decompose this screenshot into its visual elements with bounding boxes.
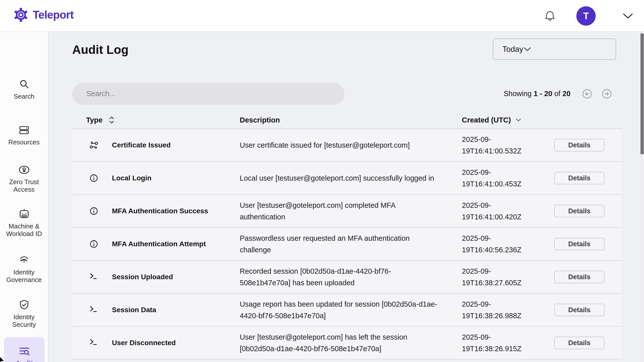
- details-button[interactable]: Details: [554, 304, 605, 316]
- chevron-down-icon: [515, 118, 521, 122]
- search-input[interactable]: [72, 83, 344, 105]
- user-avatar[interactable]: T: [576, 6, 596, 26]
- sidebar-item-machine-workload-id[interactable]: Machine & Workload ID: [0, 208, 48, 237]
- terminal-icon: [88, 304, 99, 315]
- notifications-button[interactable]: [543, 10, 556, 23]
- event-type: Certificate Issued: [112, 141, 171, 149]
- bell-icon: [543, 10, 556, 23]
- event-description: Local user [testuser@goteleport.com] suc…: [240, 172, 462, 184]
- prev-page-button[interactable]: [581, 87, 594, 100]
- robot-icon: [18, 208, 30, 220]
- table-controls: Showing 1 - 20 of 20: [72, 83, 621, 105]
- terminal-icon: [88, 271, 99, 283]
- table-row: User Disconnected User [testuser@gotelep…: [72, 327, 621, 360]
- details-button[interactable]: Details: [554, 139, 605, 151]
- table-row: Certificate Issued User certificate issu…: [72, 129, 621, 162]
- scrollbar-thumb[interactable]: [640, 33, 644, 154]
- keyhole-badge-icon: [18, 164, 30, 176]
- teleport-gear-icon: [13, 7, 29, 23]
- sidebar-item-label: Zero Trust Access: [3, 178, 45, 193]
- top-bar: Teleport T: [0, 0, 644, 32]
- search-icon: [18, 78, 30, 90]
- event-description: Usage report has been updated for sessio…: [240, 298, 462, 321]
- sidebar-item-resources[interactable]: Resources: [0, 124, 48, 146]
- sidebar-item-label: Resources: [8, 138, 39, 146]
- chevron-down-icon: [523, 47, 531, 52]
- arrow-right-circle-icon: [600, 87, 613, 100]
- sidebar: Search Resources Zero Trust Access: [0, 32, 49, 362]
- terminal-icon: [88, 337, 99, 348]
- event-type: Session Uploaded: [112, 273, 173, 281]
- details-button[interactable]: Details: [554, 238, 605, 250]
- fingerprint-icon: [18, 254, 30, 266]
- list-search-icon: [18, 346, 30, 357]
- sidebar-item-zero-trust-access[interactable]: Zero Trust Access: [0, 164, 48, 193]
- sidebar-item-identity-security[interactable]: Identity Security: [0, 299, 48, 328]
- keys-icon: [88, 140, 99, 151]
- sidebar-item-label: Machine & Workload ID: [3, 222, 45, 237]
- servers-icon: [18, 124, 30, 136]
- next-page-button[interactable]: [600, 87, 613, 100]
- event-description: User [testuser@goteleport.com] completed…: [240, 199, 462, 223]
- pagination: Showing 1 - 20 of 20: [504, 87, 613, 100]
- event-created: 2025-09-19T16:38:26.915Z: [462, 331, 532, 354]
- main-content: Audit Log Today Showing 1 - 20 of 20: [49, 32, 644, 362]
- event-type: MFA Authentication Attempt: [112, 240, 206, 248]
- sidebar-item-label: Search: [14, 93, 34, 100]
- event-created: 2025-09-19T16:40:56.236Z: [462, 232, 532, 256]
- event-created: 2025-09-19T16:41:00.453Z: [462, 167, 532, 190]
- sort-updown-icon: [109, 116, 115, 124]
- avatar-letter: T: [583, 11, 589, 21]
- event-description: User certificate issued for [testuser@go…: [240, 139, 462, 151]
- table-header-row: Type Description Created (UTC): [72, 112, 621, 129]
- arrow-left-circle-icon: [581, 87, 594, 100]
- sidebar-item-label: Audit: [16, 360, 33, 362]
- column-header-description: Description: [240, 116, 462, 124]
- info-icon: [88, 206, 99, 217]
- event-type: MFA Authentication Success: [112, 207, 208, 215]
- shield-check-icon: [18, 299, 30, 311]
- user-menu-button[interactable]: [622, 13, 633, 20]
- event-created: 2025-09-19T16:41:00.532Z: [462, 134, 532, 157]
- table-row: Local Login Local user [testuser@gotelep…: [72, 162, 621, 195]
- audit-log-table: Type Description Created (UTC): [72, 112, 621, 360]
- info-icon: [88, 173, 99, 184]
- details-button[interactable]: Details: [554, 337, 605, 349]
- event-type: User Disconnected: [112, 339, 176, 347]
- mouse-cursor: [0, 357, 5, 362]
- sidebar-item-label: Identity Security: [3, 313, 45, 328]
- event-type: Local Login: [112, 174, 151, 182]
- event-created: 2025-09-19T16:41:00.420Z: [462, 199, 532, 223]
- sidebar-item-identity-governance[interactable]: Identity Governance: [0, 254, 48, 284]
- brand-name: Teleport: [33, 9, 73, 21]
- event-description: Recorded session [0b02d50a-d1ae-4420-bf7…: [240, 265, 462, 289]
- info-icon: [88, 238, 99, 250]
- table-row: MFA Authentication Success User [testuse…: [72, 195, 621, 228]
- sidebar-item-search[interactable]: Search: [0, 78, 48, 100]
- details-button[interactable]: Details: [554, 271, 605, 283]
- scrollbar-track[interactable]: [640, 32, 644, 362]
- details-button[interactable]: Details: [554, 172, 605, 184]
- event-type: Session Data: [112, 306, 156, 314]
- date-range-select[interactable]: Today: [493, 38, 616, 60]
- date-range-value: Today: [502, 45, 523, 54]
- event-created: 2025-09-19T16:38:27.605Z: [462, 265, 532, 289]
- table-row: Session Uploaded Recorded session [0b02d…: [72, 261, 621, 294]
- sidebar-item-label: Identity Governance: [3, 268, 45, 284]
- teleport-logo[interactable]: Teleport: [13, 7, 73, 23]
- event-description: Passwordless user requested an MFA authe…: [240, 232, 462, 256]
- column-header-type[interactable]: Type: [72, 116, 240, 124]
- column-header-created[interactable]: Created (UTC): [462, 116, 537, 124]
- chevron-down-icon: [622, 13, 633, 20]
- event-description: User [testuser@goteleport.com] has left …: [240, 331, 462, 354]
- table-row: Session Data Usage report has been updat…: [72, 294, 621, 327]
- table-row: MFA Authentication Attempt Passwordless …: [72, 228, 621, 261]
- sidebar-item-audit[interactable]: Audit: [4, 337, 45, 362]
- pagination-status: Showing 1 - 20 of 20: [504, 90, 571, 98]
- details-button[interactable]: Details: [554, 205, 605, 217]
- event-created: 2025-09-19T16:38:26.988Z: [462, 298, 532, 321]
